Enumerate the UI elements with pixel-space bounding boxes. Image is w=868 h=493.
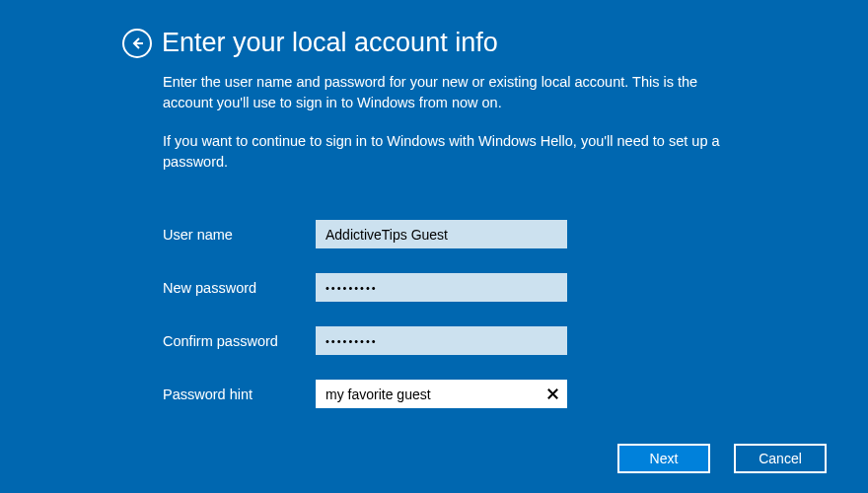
page-title: Enter your local account info — [162, 28, 498, 58]
clear-hint-button[interactable] — [542, 385, 562, 404]
confirm-password-label: Confirm password — [163, 333, 316, 349]
confirm-password-input[interactable] — [316, 326, 567, 355]
username-input[interactable] — [316, 220, 567, 248]
cancel-button[interactable]: Cancel — [734, 444, 827, 473]
new-password-input[interactable] — [316, 273, 567, 302]
back-button[interactable] — [122, 29, 152, 58]
description-paragraph-1: Enter the user name and password for you… — [163, 72, 735, 113]
password-hint-label: Password hint — [163, 387, 316, 402]
back-arrow-icon — [129, 35, 145, 51]
description-paragraph-2: If you want to continue to sign in to Wi… — [163, 131, 735, 173]
password-hint-input[interactable] — [316, 380, 567, 408]
close-icon — [545, 387, 560, 401]
new-password-label: New password — [163, 280, 316, 296]
next-button[interactable]: Next — [617, 444, 710, 473]
username-label: User name — [163, 227, 316, 243]
